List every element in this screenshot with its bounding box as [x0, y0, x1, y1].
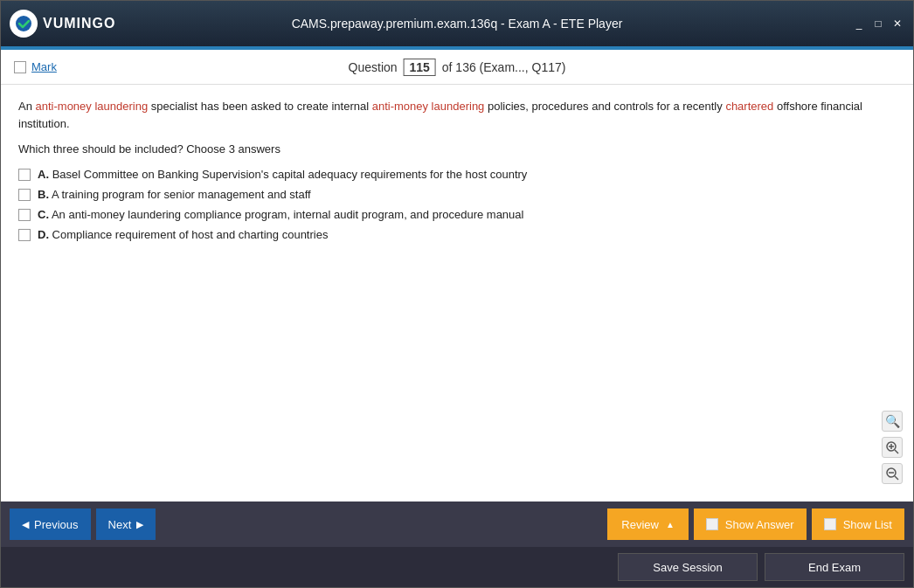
question-number-box: 115	[404, 59, 436, 76]
end-exam-button[interactable]: End Exam	[765, 553, 904, 581]
option-b: B. A training program for senior managem…	[18, 188, 896, 201]
hl-training: training	[61, 188, 99, 201]
previous-button[interactable]: ◀ Previous	[10, 508, 91, 540]
answer-options: A. Basel Committee on Banking Supervisio…	[18, 168, 896, 241]
minimize-button[interactable]: _	[852, 17, 866, 30]
show-list-button[interactable]: Show List	[812, 508, 904, 540]
next-label: Next	[108, 518, 132, 531]
option-text-a: Basel Committee on Banking Supervision's…	[52, 168, 528, 181]
checkbox-b[interactable]	[18, 189, 31, 201]
mark-area: Mark	[14, 60, 57, 73]
choose-text: Which three should be included? Choose 3…	[18, 142, 896, 156]
title-bar: VUMINGO CAMS.prepaway.premium.exam.136q …	[1, 1, 913, 46]
save-session-button[interactable]: Save Session	[618, 553, 758, 581]
question-text: An anti-money laundering specialist has …	[18, 98, 896, 132]
footer-bar: Save Session End Exam	[1, 547, 913, 587]
checkbox-a[interactable]	[18, 169, 31, 181]
mark-checkbox[interactable]	[14, 61, 26, 73]
show-list-label: Show List	[843, 518, 892, 531]
next-arrow-icon: ▶	[136, 519, 143, 530]
option-c: C. An anti-money laundering compliance p…	[18, 208, 896, 221]
main-window: VUMINGO CAMS.prepaway.premium.exam.136q …	[0, 0, 914, 588]
show-answer-checkbox	[706, 518, 718, 530]
svg-point-0	[16, 16, 31, 31]
prev-arrow-icon: ◀	[22, 519, 29, 530]
next-button[interactable]: Next ▶	[96, 508, 156, 540]
show-answer-button[interactable]: Show Answer	[694, 508, 807, 540]
question-label: Question	[349, 60, 398, 74]
review-label: Review	[621, 518, 659, 531]
header-row: Mark Question 115 of 136 (Exam..., Q117)	[1, 50, 913, 85]
window-title: CAMS.prepaway.premium.exam.136q - Exam A…	[292, 17, 623, 31]
zoom-in-icon[interactable]	[882, 437, 903, 458]
question-info: Question 115 of 136 (Exam..., Q117)	[349, 59, 566, 76]
previous-label: Previous	[34, 518, 79, 531]
option-a: A. Basel Committee on Banking Supervisio…	[18, 168, 896, 181]
option-label-c: C. An anti-money laundering compliance p…	[38, 208, 523, 221]
question-of: of 136 (Exam..., Q117)	[442, 60, 566, 74]
highlight-2: anti-money laundering	[372, 100, 485, 113]
restore-button[interactable]: □	[871, 17, 885, 30]
mark-link[interactable]: Mark	[31, 60, 57, 73]
review-arrow-icon: ▲	[666, 520, 675, 529]
main-content: An anti-money laundering specialist has …	[1, 85, 913, 502]
close-button[interactable]: ✕	[890, 17, 904, 30]
option-d: D. Compliance requirement of host and ch…	[18, 228, 896, 241]
zoom-out-icon[interactable]	[882, 463, 903, 484]
highlight-1: anti-money laundering	[36, 100, 149, 113]
hl-management: management	[198, 188, 265, 201]
option-label-b: B. A training program for senior managem…	[38, 188, 311, 201]
review-button[interactable]: Review ▲	[607, 508, 689, 540]
option-label-d: D. Compliance requirement of host and ch…	[38, 228, 328, 241]
highlight-3: chartered	[725, 100, 773, 113]
search-icon[interactable]: 🔍	[882, 411, 903, 432]
svg-line-2	[895, 450, 898, 453]
hl-and: and	[216, 228, 235, 241]
logo-icon	[10, 10, 38, 38]
logo-area: VUMINGO	[10, 10, 115, 38]
option-label-a: A. Basel Committee on Banking Supervisio…	[38, 168, 527, 181]
hl-manual: manual	[487, 208, 524, 221]
checkbox-c[interactable]	[18, 209, 31, 221]
show-list-checkbox	[824, 518, 836, 530]
hl-charting: charting	[239, 228, 279, 241]
hl-aml: anti-money laundering compliance program	[68, 208, 287, 221]
show-answer-label: Show Answer	[725, 518, 794, 531]
logo-text: VUMINGO	[43, 16, 115, 31]
bottom-bar: ◀ Previous Next ▶ Review ▲ Show Answer S…	[1, 502, 913, 547]
checkbox-d[interactable]	[18, 229, 31, 241]
window-controls: _ □ ✕	[852, 17, 904, 30]
svg-line-6	[895, 476, 898, 480]
side-icons: 🔍	[882, 411, 903, 484]
